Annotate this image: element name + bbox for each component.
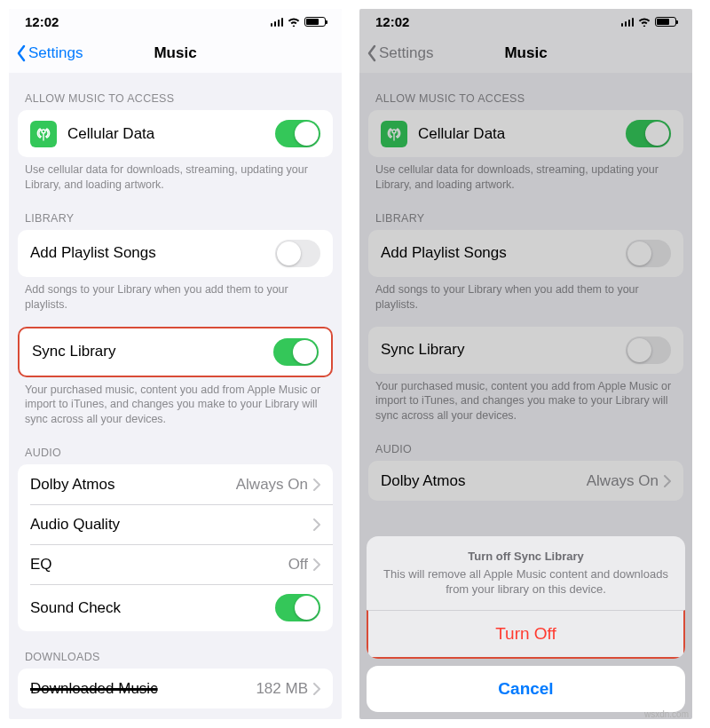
section-header-access: ALLOW MUSIC TO ACCESS bbox=[359, 73, 692, 110]
eq-row[interactable]: EQ Off bbox=[18, 544, 333, 584]
dolby-value: Always On bbox=[236, 476, 308, 494]
section-header-audio: AUDIO bbox=[9, 427, 342, 464]
status-icons bbox=[271, 16, 327, 27]
status-time: 12:02 bbox=[375, 14, 409, 29]
dolby-label: Dolby Atmos bbox=[381, 472, 587, 490]
chevron-right-icon bbox=[313, 683, 320, 695]
sync-library-footer: Your purchased music, content you add fr… bbox=[359, 374, 692, 424]
add-playlist-footer: Add songs to your Library when you add t… bbox=[9, 277, 342, 313]
phone-right: 12:02 Settings Music ALLOW MUSIC TO ACCE… bbox=[359, 9, 692, 719]
cellular-toggle[interactable] bbox=[275, 120, 320, 147]
wifi-icon bbox=[287, 16, 301, 27]
status-time: 12:02 bbox=[25, 14, 59, 29]
back-button[interactable]: Settings bbox=[16, 44, 83, 62]
audio-quality-row[interactable]: Audio Quality bbox=[18, 504, 333, 544]
add-playlist-footer: Add songs to your Library when you add t… bbox=[359, 277, 692, 313]
section-header-audio: AUDIO bbox=[359, 423, 692, 461]
downloaded-label: Downloaded Music bbox=[30, 680, 256, 698]
sound-check-row[interactable]: Sound Check bbox=[18, 584, 333, 631]
dolby-value: Always On bbox=[587, 472, 659, 490]
sync-library-label: Sync Library bbox=[381, 341, 626, 359]
cellular-footer: Use cellular data for downloads, streami… bbox=[359, 157, 692, 193]
eq-label: EQ bbox=[30, 556, 288, 574]
action-sheet-card: Turn off Sync Library This will remove a… bbox=[367, 536, 685, 659]
sound-check-toggle[interactable] bbox=[275, 594, 320, 621]
back-label: Settings bbox=[379, 44, 433, 62]
page-title: Music bbox=[504, 44, 547, 62]
battery-icon bbox=[655, 17, 676, 27]
status-bar: 12:02 bbox=[9, 9, 342, 34]
dolby-atmos-row[interactable]: Dolby Atmos Always On bbox=[368, 461, 683, 501]
chevron-right-icon bbox=[664, 475, 671, 487]
back-button[interactable]: Settings bbox=[367, 44, 433, 62]
cellular-label: Cellular Data bbox=[67, 125, 275, 143]
downloaded-music-row[interactable]: Downloaded Music 182 MB bbox=[18, 669, 333, 708]
action-sheet-title: Turn off Sync Library bbox=[383, 549, 669, 565]
sync-library-row[interactable]: Sync Library bbox=[20, 328, 331, 376]
section-header-library: LIBRARY bbox=[9, 193, 342, 230]
antenna-icon bbox=[30, 121, 57, 147]
cellular-data-row[interactable]: Cellular Data bbox=[368, 110, 683, 157]
add-playlist-row[interactable]: Add Playlist Songs bbox=[368, 230, 683, 277]
audio-quality-label: Audio Quality bbox=[30, 516, 313, 534]
cellular-footer: Use cellular data for downloads, streami… bbox=[9, 157, 342, 193]
section-header-access: ALLOW MUSIC TO ACCESS bbox=[9, 73, 342, 110]
signal-icon bbox=[271, 17, 284, 27]
nav-bar: Settings Music bbox=[9, 34, 342, 73]
battery-icon bbox=[304, 17, 326, 27]
antenna-icon bbox=[381, 121, 407, 147]
chevron-left-icon bbox=[16, 44, 27, 62]
downloaded-value: 182 MB bbox=[256, 680, 308, 698]
sync-library-group: Sync Library bbox=[368, 327, 683, 374]
action-sheet: Turn off Sync Library This will remove a… bbox=[367, 536, 685, 712]
add-playlist-label: Add Playlist Songs bbox=[30, 244, 275, 262]
phone-left: 12:02 Settings Music ALLOW MUSIC TO ACCE… bbox=[9, 9, 342, 719]
add-playlist-row[interactable]: Add Playlist Songs bbox=[18, 230, 333, 277]
cellular-toggle[interactable] bbox=[626, 120, 671, 147]
add-playlist-toggle[interactable] bbox=[275, 240, 320, 267]
sync-library-toggle[interactable] bbox=[273, 338, 319, 366]
status-bar: 12:02 bbox=[359, 9, 692, 34]
back-label: Settings bbox=[28, 44, 83, 62]
chevron-right-icon bbox=[313, 479, 320, 491]
sound-check-label: Sound Check bbox=[30, 599, 275, 617]
status-icons bbox=[621, 16, 677, 27]
sync-library-group: Sync Library bbox=[18, 327, 333, 377]
cancel-button[interactable]: Cancel bbox=[367, 666, 685, 712]
sync-library-label: Sync Library bbox=[32, 343, 273, 360]
dolby-label: Dolby Atmos bbox=[30, 476, 236, 494]
action-sheet-message: This will remove all Apple Music content… bbox=[383, 567, 668, 597]
nav-bar: Settings Music bbox=[359, 34, 692, 73]
signal-icon bbox=[621, 17, 635, 27]
action-sheet-header: Turn off Sync Library This will remove a… bbox=[367, 536, 685, 610]
dolby-atmos-row[interactable]: Dolby Atmos Always On bbox=[18, 464, 333, 504]
section-header-library: LIBRARY bbox=[359, 193, 692, 230]
cellular-label: Cellular Data bbox=[418, 125, 626, 143]
cellular-data-row[interactable]: Cellular Data bbox=[18, 110, 333, 157]
wifi-icon bbox=[637, 16, 651, 27]
sync-library-footer: Your purchased music, content you add fr… bbox=[9, 377, 342, 428]
eq-value: Off bbox=[288, 556, 308, 574]
sync-library-toggle[interactable] bbox=[626, 336, 671, 364]
chevron-right-icon bbox=[313, 558, 320, 571]
page-title: Music bbox=[154, 44, 196, 62]
watermark: wsxdn.com bbox=[644, 709, 689, 719]
add-playlist-label: Add Playlist Songs bbox=[381, 244, 626, 262]
add-playlist-toggle[interactable] bbox=[626, 240, 671, 267]
turn-off-button[interactable]: Turn Off bbox=[367, 610, 685, 659]
chevron-right-icon bbox=[313, 518, 320, 531]
section-header-downloads: DOWNLOADS bbox=[9, 631, 342, 669]
sync-library-row[interactable]: Sync Library bbox=[368, 327, 683, 374]
chevron-left-icon bbox=[367, 44, 377, 62]
